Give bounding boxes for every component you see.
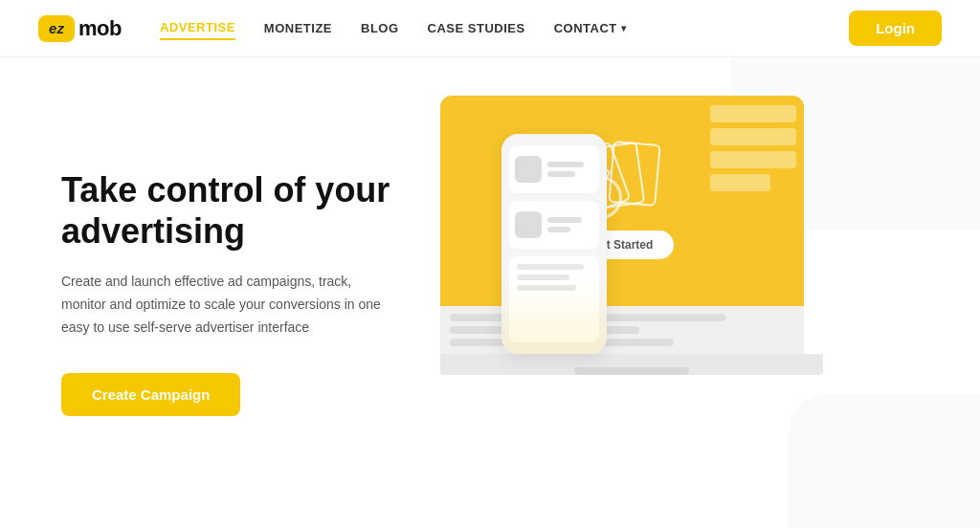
- right-bar-4: [710, 174, 770, 191]
- phone-gradient: [501, 277, 607, 354]
- phone-card-lines-2: [547, 217, 593, 232]
- phone-line-3: [547, 217, 582, 223]
- laptop-mockup: 10 Get Started: [431, 96, 842, 440]
- laptop-base: [440, 354, 823, 375]
- login-button[interactable]: Login: [849, 11, 942, 46]
- nav-contact[interactable]: CONTACT ▾: [554, 17, 627, 39]
- screen-right-bars: [710, 105, 796, 191]
- nav-case-studies[interactable]: CASE STUDIES: [428, 17, 525, 39]
- hero-description: Create and launch effective ad campaigns…: [61, 271, 387, 339]
- laptop-screen: 10 Get Started: [440, 96, 804, 354]
- logo-badge: ez: [38, 15, 75, 42]
- phone-card-icon-2: [515, 211, 542, 238]
- phone-line-1: [547, 162, 584, 167]
- logo-ez: ez: [49, 20, 64, 36]
- chevron-down-icon: ▾: [621, 23, 627, 33]
- right-bar-2: [710, 128, 796, 145]
- hero-section: Take control of your advertising Create …: [0, 57, 980, 528]
- right-bar-3: [710, 151, 796, 168]
- hero-title: Take control of your advertising: [61, 169, 444, 252]
- nav-advertise[interactable]: ADVERTISE: [160, 16, 235, 40]
- right-bar-1: [710, 105, 796, 122]
- phone-bottom-bar-1: [517, 264, 584, 270]
- hero-illustration: 10 Get Started: [444, 57, 919, 528]
- logo[interactable]: ez mob: [38, 15, 122, 42]
- hero-content: Take control of your advertising Create …: [61, 169, 444, 417]
- phone-mockup: [501, 134, 607, 354]
- phone-line-2: [547, 171, 575, 177]
- create-campaign-button[interactable]: Create Campaign: [61, 373, 240, 416]
- nav-blog[interactable]: BLOG: [361, 17, 399, 39]
- screen-bottom: [440, 306, 804, 354]
- phone-card-icon: [515, 156, 542, 183]
- logo-name: mob: [78, 16, 122, 41]
- header: ez mob ADVERTISE MONETIZE BLOG CASE STUD…: [0, 0, 980, 57]
- phone-card-lines: [547, 162, 593, 177]
- laptop-screen-inner: 10 Get Started: [440, 96, 804, 306]
- phone-card-2: [509, 201, 599, 249]
- phone-screen: [501, 134, 607, 354]
- phone-line-4: [547, 227, 570, 232]
- phone-card-1: [509, 145, 599, 193]
- main-nav: ADVERTISE MONETIZE BLOG CASE STUDIES CON…: [160, 16, 849, 40]
- nav-monetize[interactable]: MONETIZE: [264, 17, 332, 39]
